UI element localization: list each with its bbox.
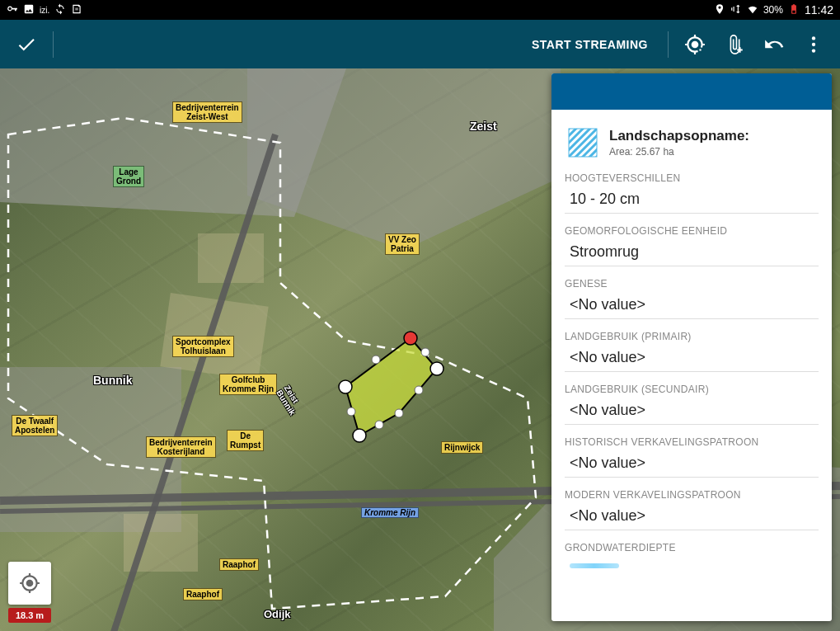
battery-percent: 30% <box>763 4 783 16</box>
map-label-raaphof2: Raaphof <box>183 588 223 600</box>
map-label-raaphof1: Raaphof <box>219 558 259 571</box>
field-label: GEOMORFOLOGISCHE EENHEID <box>565 225 819 237</box>
wifi-icon <box>747 3 758 17</box>
field-genese[interactable]: <No value> <box>565 294 819 319</box>
svg-point-13 <box>395 409 403 417</box>
field-grondwaterdiepte[interactable] <box>565 558 819 573</box>
svg-marker-4 <box>345 338 437 436</box>
app-abbr: izi. <box>40 6 49 15</box>
field-label: HISTORISCH VERKAVELINGSPATROON <box>565 436 819 448</box>
feature-symbol-swatch <box>568 128 598 158</box>
field-historisch-verkavelingspatroon[interactable]: <No value> <box>565 453 819 478</box>
note-icon <box>71 3 82 17</box>
svg-point-14 <box>404 332 417 345</box>
divider <box>668 31 669 58</box>
sync-icon <box>54 3 66 17</box>
confirm-button[interactable] <box>7 25 46 64</box>
attribute-panel: Landschapsopname: Area: 25.67 ha HOOGTEV… <box>551 73 832 621</box>
location-icon <box>714 3 725 17</box>
android-status-bar: izi. 30% 11:42 <box>0 0 840 20</box>
key-icon <box>7 3 18 17</box>
field-label: LANDGEBRUIK (PRIMAIR) <box>565 331 819 342</box>
svg-point-10 <box>415 386 423 394</box>
map-label-road: Zeist Bunnik <box>275 384 305 417</box>
vibrate-icon <box>730 3 742 17</box>
svg-point-1 <box>812 36 815 40</box>
field-hoogteverschillen[interactable]: 10 - 20 cm <box>565 189 819 214</box>
map-label-rijnwijck: Rijnwijck <box>441 441 483 454</box>
field-label: HOOGTEVERSCHILLEN <box>565 172 819 184</box>
feature-area: Area: 25.67 ha <box>609 146 749 158</box>
svg-point-2 <box>812 42 815 45</box>
field-landgebruik-secundair[interactable]: <No value> <box>565 400 819 425</box>
undo-button[interactable] <box>754 25 794 64</box>
svg-point-11 <box>375 421 383 429</box>
svg-point-6 <box>430 362 443 375</box>
start-streaming-button[interactable]: START STREAMING <box>519 38 661 51</box>
field-label: GRONDWATERDIEPTE <box>565 542 819 553</box>
map-label-odijk: Odijk <box>264 608 291 620</box>
svg-point-3 <box>812 49 815 52</box>
svg-point-9 <box>421 348 429 356</box>
field-landgebruik-primair[interactable]: <No value> <box>565 347 819 372</box>
gps-accuracy-badge: 18.3 m <box>8 608 51 623</box>
divider <box>53 31 54 58</box>
field-modern-verkavelingspatroon[interactable]: <No value> <box>565 506 819 530</box>
overflow-menu-button[interactable] <box>794 25 833 64</box>
field-label: LANDGEBRUIK (SECUNDAIR) <box>565 384 819 395</box>
feature-title: Landschapsopname: <box>609 128 749 144</box>
svg-rect-16 <box>569 129 597 157</box>
locate-button[interactable] <box>8 562 51 605</box>
battery-icon <box>788 3 800 17</box>
gps-add-button[interactable] <box>675 25 715 64</box>
svg-point-12 <box>347 407 355 416</box>
map-label-de-rumpst: De Rumpst <box>227 430 264 451</box>
svg-point-5 <box>339 380 352 393</box>
attach-button[interactable] <box>715 25 754 64</box>
svg-point-7 <box>353 429 366 442</box>
panel-body[interactable]: Landschapsopname: Area: 25.67 ha HOOGTEV… <box>551 110 832 621</box>
action-bar: START STREAMING <box>0 20 840 68</box>
image-icon <box>23 3 35 17</box>
svg-point-8 <box>372 356 380 364</box>
panel-header <box>551 73 832 110</box>
field-label: GENESE <box>565 278 819 290</box>
field-label: MODERN VERKAVELINGSPATROON <box>565 489 819 501</box>
field-geomorfologische-eenheid[interactable]: Stroomrug <box>565 242 819 266</box>
clock-time: 11:42 <box>805 3 833 16</box>
map-label-kromme-rijn: Kromme Rijn <box>361 507 419 518</box>
